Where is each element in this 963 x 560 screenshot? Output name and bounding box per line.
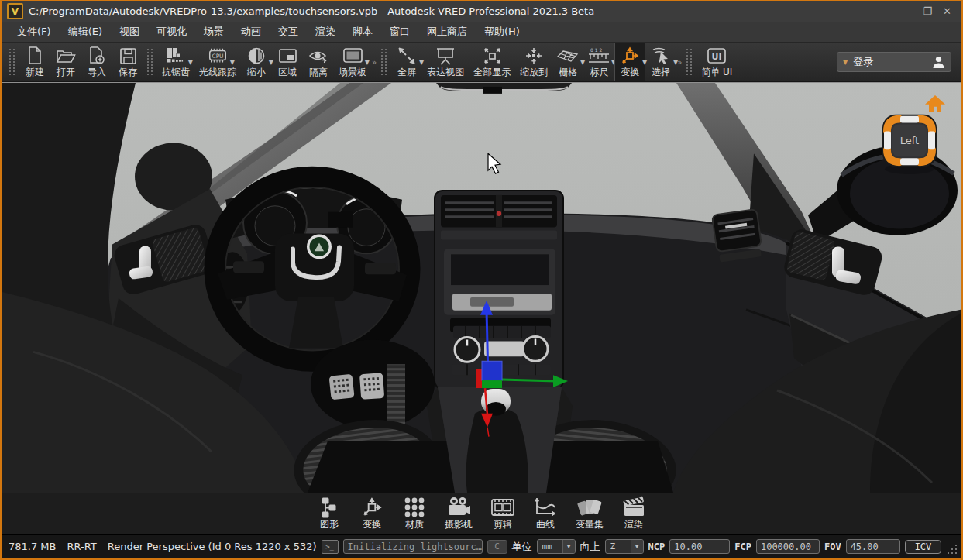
menu-render[interactable]: 渲染 xyxy=(307,22,344,42)
fov-field[interactable]: 45.00 xyxy=(846,539,900,554)
sceneplate-button[interactable]: ▼ 场景板 xyxy=(334,43,371,81)
console-message-field[interactable]: Initializing lightsourc… xyxy=(343,539,483,554)
menu-help[interactable]: 帮助(H) xyxy=(476,22,528,42)
menu-view[interactable]: 视图 xyxy=(111,22,148,42)
simple-ui-button[interactable]: UI 简单 UI xyxy=(696,43,737,81)
open-button[interactable]: 打开 xyxy=(50,43,81,81)
title-bar[interactable]: V C:/ProgramData/Autodesk/VREDPro-13.3/e… xyxy=(2,1,961,22)
maximize-button[interactable]: ❐ xyxy=(923,5,932,17)
render-icon xyxy=(621,496,646,518)
menu-window[interactable]: 窗口 xyxy=(381,22,418,42)
ruler-button[interactable]: 0 1 2 ▼ 标尺 xyxy=(583,43,614,81)
transform-icon: ▼ xyxy=(619,46,641,66)
gizmo-y-plane[interactable] xyxy=(482,380,502,388)
menu-script[interactable]: 脚本 xyxy=(344,22,381,42)
login-combobox[interactable]: ▼ 登录 xyxy=(837,52,951,72)
show-all-button[interactable]: 全部显示 xyxy=(469,43,515,81)
new-button[interactable]: 新建 xyxy=(19,43,50,81)
cube-edge[interactable] xyxy=(928,132,935,150)
button-label: 光线跟踪 xyxy=(199,66,236,79)
scenegraph-button[interactable]: 图形 xyxy=(314,493,345,534)
cube-edge[interactable] xyxy=(884,132,891,150)
resize-grip[interactable] xyxy=(948,544,958,554)
camera-button[interactable]: 摄影机 xyxy=(442,493,476,534)
main-toolbar: 新建 打开 导入 保存 ▼ 抗锯齿 CPU ▼ xyxy=(2,43,961,82)
terminal-icon[interactable]: >_ xyxy=(322,540,339,554)
cube-edge[interactable] xyxy=(900,158,919,165)
menu-visualization[interactable]: 可视化 xyxy=(148,22,195,42)
button-label: 场景板 xyxy=(339,66,366,79)
fullscreen-icon: ▼ xyxy=(396,46,418,66)
import-button[interactable]: 导入 xyxy=(81,43,112,81)
menu-store[interactable]: 网上商店 xyxy=(418,22,476,42)
select-button[interactable]: ▼ 选择 xyxy=(645,43,676,81)
menu-animation[interactable]: 动画 xyxy=(232,22,270,42)
button-label: 导入 xyxy=(88,66,106,79)
toolbar-handle[interactable] xyxy=(9,49,15,75)
ncp-field[interactable]: 10.00 xyxy=(669,539,730,554)
transform-button[interactable]: ▼ 变换 xyxy=(614,43,645,81)
variant-sets-button[interactable]: 变量集 xyxy=(573,493,607,534)
vred-logo-icon: V xyxy=(7,3,23,19)
gizmo-plane-handle[interactable] xyxy=(482,361,502,380)
units-combobox[interactable]: mm ▼ xyxy=(537,539,576,554)
button-label: 表达视图 xyxy=(427,66,464,79)
close-button[interactable]: ✕ xyxy=(943,5,951,17)
c-button[interactable]: C xyxy=(487,540,507,554)
gizmo-x-plane[interactable] xyxy=(476,369,482,388)
dropdown-arrow-icon[interactable]: ▼ xyxy=(631,540,643,553)
import-icon xyxy=(86,46,108,66)
toolbar-handle[interactable] xyxy=(686,49,692,75)
material-icon xyxy=(402,496,427,518)
region-icon xyxy=(277,46,298,66)
antialiasing-button[interactable]: ▼ 抗锯齿 xyxy=(157,43,194,81)
material-button[interactable]: 材质 xyxy=(399,493,430,534)
view-cube[interactable]: Left xyxy=(883,115,936,174)
curve-button[interactable]: 曲线 xyxy=(530,493,561,534)
render-button[interactable]: 渲染 xyxy=(618,493,649,534)
quick-access-bar: 图形 变换 材质 摄影机 剪辑 曲线 xyxy=(2,493,961,534)
transform-bottom-button[interactable]: 变换 xyxy=(356,493,387,534)
clips-button[interactable]: 剪辑 xyxy=(487,493,518,534)
menu-file[interactable]: 文件(F) xyxy=(9,22,60,42)
fullscreen-button[interactable]: ▼ 全屏 xyxy=(391,43,422,81)
cube-face-label[interactable]: Left xyxy=(900,135,919,146)
ncp-label: NCP xyxy=(648,541,666,552)
minimize-button[interactable]: – xyxy=(907,5,913,17)
toolbar-overflow-chevron[interactable]: » xyxy=(372,58,377,67)
menu-scene[interactable]: 场景 xyxy=(195,22,232,42)
button-label: 全屏 xyxy=(397,66,416,79)
dropdown-arrow-icon[interactable]: ▼ xyxy=(230,59,235,66)
toolbar-handle[interactable] xyxy=(147,49,153,75)
dropdown-arrow-icon[interactable]: ▼ xyxy=(673,59,678,66)
dropdown-arrow-icon: ▼ xyxy=(843,59,848,66)
save-button[interactable]: 保存 xyxy=(112,43,143,81)
presentation-button[interactable]: 表达视图 xyxy=(422,43,469,81)
menu-edit[interactable]: 编辑(E) xyxy=(60,22,111,42)
hazard-button xyxy=(497,211,501,216)
dropdown-arrow-icon[interactable]: ▼ xyxy=(562,540,575,553)
render-viewport[interactable]: Left xyxy=(2,82,961,493)
svg-text:CPU: CPU xyxy=(212,53,223,60)
up-axis-combobox[interactable]: Z ▼ xyxy=(605,539,644,554)
toolbar-handle[interactable] xyxy=(381,49,387,75)
grid-button[interactable]: ▼ 栅格 xyxy=(552,43,583,81)
cube-edge[interactable] xyxy=(900,116,919,123)
fcp-field[interactable]: 100000.00 xyxy=(756,539,820,554)
units-value: mm xyxy=(538,540,562,553)
dropdown-arrow-icon[interactable]: ▼ xyxy=(365,59,370,66)
icv-button[interactable]: ICV xyxy=(905,540,942,554)
button-label: 曲线 xyxy=(536,518,555,531)
downscale-button[interactable]: ▼ 缩小 xyxy=(241,43,272,81)
status-bar: 781.7 MB RR-RT Render Perspective (Id 0 … xyxy=(2,534,961,558)
isolate-button[interactable]: 隔离 xyxy=(303,43,334,81)
raytracing-button[interactable]: CPU ▼ 光线跟踪 xyxy=(194,43,241,81)
dropdown-arrow-icon[interactable]: ▼ xyxy=(188,59,193,66)
zoom-to-icon xyxy=(523,46,545,66)
menu-interaction[interactable]: 交互 xyxy=(270,22,307,42)
show-all-icon xyxy=(481,46,503,66)
zoom-to-button[interactable]: 缩放到 xyxy=(515,43,552,81)
region-button[interactable]: 区域 xyxy=(272,43,303,81)
save-icon xyxy=(117,46,139,66)
gizmo-y-axis[interactable] xyxy=(502,380,555,381)
